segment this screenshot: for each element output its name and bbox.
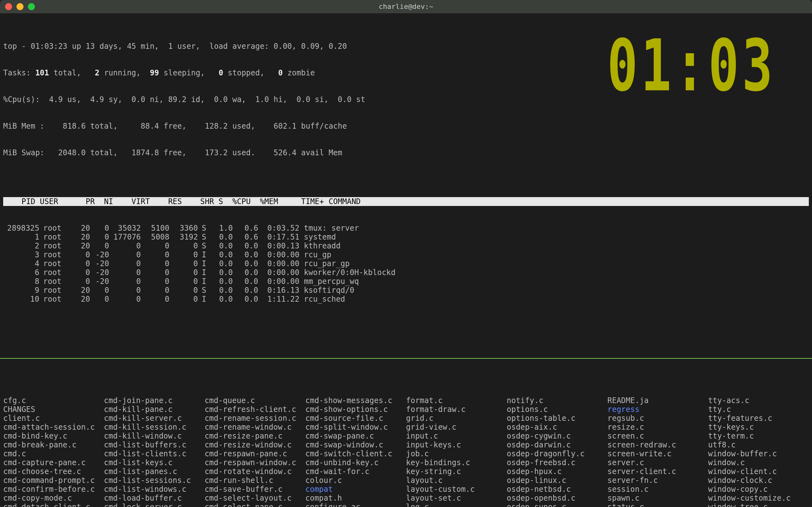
pane-divider — [0, 358, 812, 359]
window-title: charlie@dev:~ — [379, 2, 433, 11]
clock-pane: 01:03 — [590, 42, 793, 86]
top-column-header: PID USER PR NI VIRT RES SHR S %CPU %MEM … — [3, 197, 809, 206]
top-process-table: 2898325root2003503251003360S1.00.60:03.5… — [3, 224, 428, 303]
top-swap-line: MiB Swap: 2048.0 total, 1874.8 free, 173… — [3, 148, 809, 157]
minimize-icon[interactable] — [16, 3, 23, 10]
top-mem-line: MiB Mem : 818.6 total, 88.4 free, 128.2 … — [3, 122, 809, 130]
titlebar: charlie@dev:~ — [0, 0, 812, 13]
maximize-icon[interactable] — [28, 3, 35, 10]
ls-output: cfg.ccmd-join-pane.ccmd-queue.ccmd-show-… — [3, 396, 809, 507]
close-icon[interactable] — [5, 3, 12, 10]
clock-digits: 01:03 — [590, 60, 793, 72]
